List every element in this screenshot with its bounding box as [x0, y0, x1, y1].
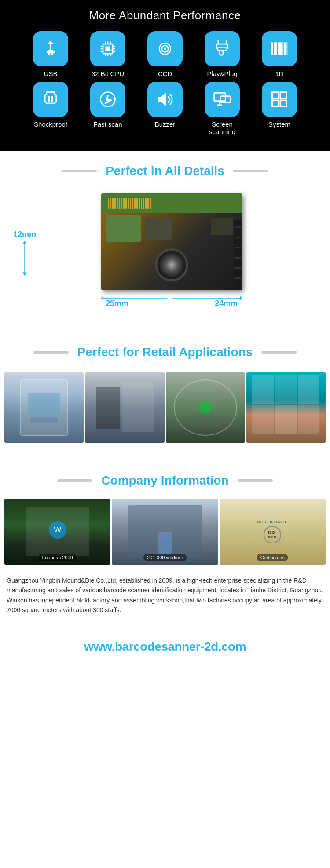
company-images-container: W Found in 2009 201-300 workers CERTIFIC…	[0, 492, 330, 571]
feature-ccd-label: CCD	[158, 70, 172, 77]
buzzer-icon	[147, 82, 183, 117]
company-bar-left	[57, 479, 92, 482]
svg-marker-34	[22, 273, 27, 276]
details-bar-left	[62, 170, 97, 172]
company-section: Company Information W Found in 2009 201-…	[0, 460, 330, 633]
retail-section: Perfect for Retail Applications	[0, 332, 330, 460]
svg-marker-33	[22, 241, 27, 244]
svg-marker-38	[240, 296, 242, 300]
features-row-2: Shockproof Fast scan Buzzer	[26, 82, 304, 135]
retail-header: Perfect for Retail Applications	[0, 332, 330, 364]
company-image-cert: CERTIFICATE ISO9001 Certificates	[220, 499, 326, 565]
dim-12-label: 12mm	[13, 230, 36, 239]
feature-ccd: CCD	[141, 31, 189, 77]
svg-rect-28	[214, 93, 226, 101]
feature-buzzer-label: Buzzer	[155, 120, 176, 128]
footer-url: www.barcodesanner-2d.com	[4, 640, 326, 654]
feature-barcode-label: 1D	[275, 70, 283, 77]
feature-cpu: CPU 32 Bit CPU	[84, 31, 132, 77]
svg-rect-19	[274, 42, 275, 55]
system-icon	[262, 82, 297, 117]
svg-rect-18	[271, 42, 273, 55]
feature-fastscan-label: Fast scan	[93, 120, 122, 128]
company-bar-right	[238, 479, 273, 482]
svg-marker-27	[158, 93, 166, 106]
company-title: Company Information	[92, 474, 237, 488]
product-image-container: 12mm	[0, 182, 330, 323]
company-header: Company Information	[0, 460, 330, 492]
retail-title: Perfect for Retail Applications	[69, 345, 262, 359]
company-caption-1: Found in 2009	[38, 554, 76, 561]
feature-usb: USB	[26, 31, 75, 77]
barcode-icon	[262, 31, 297, 66]
retail-image-2	[85, 372, 164, 443]
performance-title: More Abundant Performance	[4, 9, 326, 22]
features-grid: USB CPU 32 Bit CPU CCD Play	[4, 31, 326, 140]
feature-shockproof: Shockproof	[26, 82, 75, 135]
feature-system: System	[255, 82, 304, 135]
svg-rect-24	[284, 42, 286, 55]
company-image-founded: W Found in 2009	[4, 499, 110, 565]
company-image-workers: 201-300 workers	[112, 499, 218, 565]
svg-rect-23	[282, 42, 283, 55]
svg-point-17	[164, 47, 166, 50]
details-header: Perfect in All Details	[0, 151, 330, 182]
plug-icon	[205, 31, 240, 66]
svg-rect-25	[287, 42, 288, 55]
svg-rect-20	[275, 42, 277, 55]
retail-image-1	[4, 372, 84, 443]
usb-icon	[33, 31, 68, 66]
retail-bar-left	[33, 351, 69, 354]
retail-bar-right	[261, 351, 297, 354]
company-caption-2: 201-300 workers	[143, 554, 187, 561]
details-bar-right	[233, 170, 268, 172]
footer: www.barcodesanner-2d.com	[0, 633, 330, 663]
feature-screen: Screen scanning	[198, 82, 246, 135]
retail-image-4	[246, 372, 326, 443]
details-title: Perfect in All Details	[97, 164, 233, 178]
retail-image-3	[166, 372, 245, 443]
feature-barcode: 1D	[255, 31, 304, 77]
features-row-1: USB CPU 32 Bit CPU CCD Play	[26, 31, 304, 77]
performance-section: More Abundant Performance USB CPU 32 Bit…	[0, 0, 330, 151]
svg-rect-22	[279, 42, 282, 55]
fastscan-icon	[90, 82, 125, 117]
shockproof-icon	[33, 82, 68, 117]
feature-cpu-label: 32 Bit CPU	[92, 70, 124, 77]
company-caption-3: Certificates	[257, 554, 288, 561]
cpu-icon: CPU	[90, 31, 125, 66]
feature-usb-label: USB	[44, 70, 58, 77]
ccd-icon	[147, 31, 183, 66]
svg-rect-21	[278, 42, 279, 55]
feature-plug: Play&Plug	[198, 31, 246, 77]
screen-icon	[205, 82, 240, 117]
feature-screen-label: Screen scanning	[198, 120, 246, 135]
svg-marker-36	[101, 296, 103, 300]
company-description: Guangzhou Yingbin Mound&Die Co.,Ltd, est…	[0, 571, 330, 624]
retail-images-container	[0, 364, 330, 452]
feature-buzzer: Buzzer	[141, 82, 189, 135]
details-section: Perfect in All Details 12mm	[0, 151, 330, 332]
svg-text:CPU: CPU	[106, 48, 112, 52]
feature-fastscan: Fast scan	[84, 82, 132, 135]
feature-shockproof-label: Shockproof	[34, 120, 67, 128]
feature-plug-label: Play&Plug	[207, 70, 237, 77]
feature-system-label: System	[268, 120, 290, 128]
